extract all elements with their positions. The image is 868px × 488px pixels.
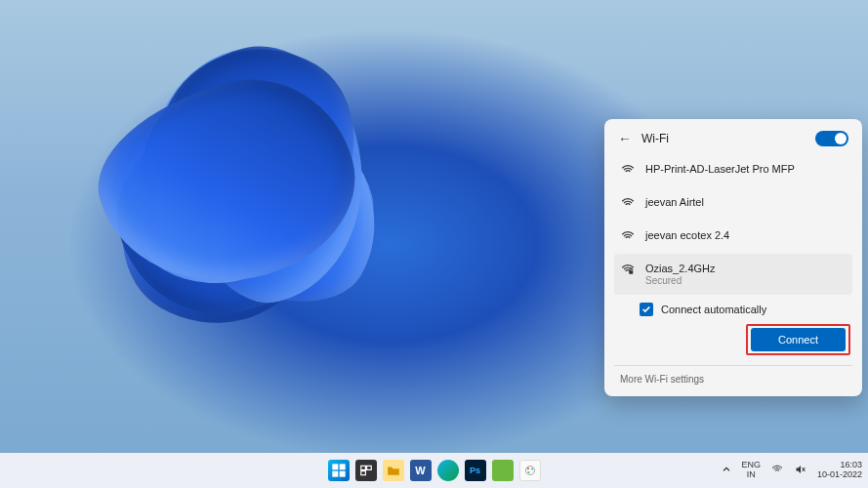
- wifi-header: ← Wi-Fi: [614, 129, 852, 154]
- svg-rect-5: [360, 466, 365, 469]
- auto-connect-row[interactable]: Connect automatically: [640, 303, 852, 316]
- auto-connect-checkbox[interactable]: [640, 303, 653, 316]
- wifi-network-item[interactable]: jeevan ecotex 2.4: [614, 221, 852, 254]
- svg-rect-4: [339, 471, 345, 477]
- date-text: 10-01-2022: [817, 470, 862, 480]
- wifi-network-item[interactable]: HP-Print-AD-LaserJet Pro MFP: [614, 154, 852, 187]
- connect-row: Connect: [614, 322, 852, 361]
- app-button[interactable]: [492, 460, 514, 481]
- svg-point-9: [527, 468, 529, 469]
- wifi-flyout-panel: ← Wi-Fi HP-Print-AD-LaserJet Pro MFP jee…: [604, 119, 862, 396]
- svg-point-11: [527, 471, 529, 473]
- svg-rect-6: [366, 466, 371, 469]
- more-wifi-settings-link[interactable]: More Wi-Fi settings: [614, 365, 852, 390]
- paint-button[interactable]: [519, 460, 541, 481]
- svg-rect-2: [339, 464, 345, 469]
- tray-chevron-icon[interactable]: [722, 465, 731, 476]
- start-button[interactable]: [328, 460, 350, 481]
- language-indicator[interactable]: ENG IN: [741, 461, 761, 480]
- wifi-tray-icon[interactable]: [770, 464, 784, 477]
- clock[interactable]: 16:03 10-01-2022: [817, 461, 862, 480]
- back-arrow-icon[interactable]: ←: [618, 131, 632, 146]
- photoshop-button[interactable]: Ps: [465, 460, 486, 481]
- lang-bot: IN: [741, 470, 761, 480]
- taskbar: W Ps ENG IN 16:03 10-01-2022: [0, 453, 868, 488]
- wifi-signal-icon: [620, 229, 636, 245]
- wifi-network-item[interactable]: jeevan Airtel: [614, 187, 852, 221]
- volume-tray-icon[interactable]: [794, 464, 807, 477]
- wifi-signal-secured-icon: [620, 263, 636, 278]
- network-name: HP-Print-AD-LaserJet Pro MFP: [645, 163, 847, 175]
- svg-point-8: [525, 467, 534, 475]
- svg-rect-7: [360, 471, 365, 475]
- wifi-signal-icon: [620, 163, 636, 179]
- connect-button[interactable]: Connect: [751, 328, 846, 351]
- network-status: Secured: [645, 275, 847, 286]
- svg-rect-0: [629, 270, 633, 274]
- taskbar-center: W Ps: [328, 460, 541, 481]
- network-name: jeevan ecotex 2.4: [645, 229, 847, 241]
- wifi-network-item-selected[interactable]: Ozias_2.4GHz Secured: [614, 254, 852, 295]
- wallpaper-bloom: [9, 0, 511, 446]
- svg-rect-1: [332, 464, 338, 469]
- word-button[interactable]: W: [410, 460, 432, 481]
- auto-connect-label: Connect automatically: [661, 304, 766, 315]
- network-name: jeevan Airtel: [645, 196, 847, 208]
- wifi-toggle[interactable]: [815, 131, 848, 146]
- edge-button[interactable]: [437, 460, 459, 481]
- system-tray: ENG IN 16:03 10-01-2022: [722, 461, 862, 480]
- highlight-annotation: Connect: [746, 324, 850, 355]
- svg-rect-3: [332, 471, 338, 477]
- svg-point-10: [531, 468, 533, 470]
- wifi-title: Wi-Fi: [641, 132, 806, 145]
- wifi-signal-icon: [620, 196, 636, 212]
- file-explorer-button[interactable]: [383, 460, 404, 481]
- task-view-button[interactable]: [355, 460, 377, 481]
- network-name: Ozias_2.4GHz: [645, 263, 847, 274]
